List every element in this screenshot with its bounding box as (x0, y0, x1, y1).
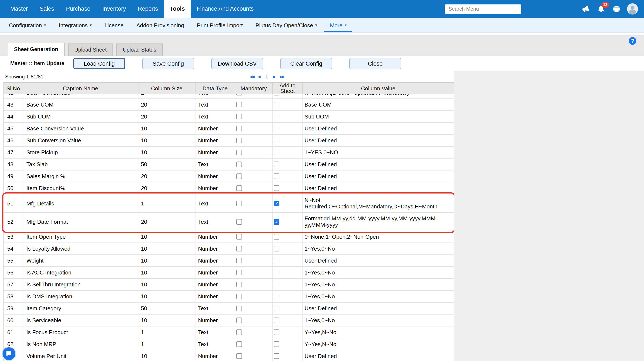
add-to-sheet-checkbox[interactable] (274, 258, 280, 263)
mandatory-checkbox[interactable] (236, 102, 242, 107)
subnav-item-addon-provisioning[interactable]: Addon Provisioning (131, 18, 190, 32)
chat-icon[interactable] (2, 346, 16, 361)
mandatory-checkbox[interactable] (236, 185, 242, 191)
save-config-button[interactable]: Save Config (142, 58, 194, 69)
clear-config-button[interactable]: Clear Config (280, 58, 332, 69)
mandatory-checkbox[interactable] (236, 353, 242, 359)
nav-item-master[interactable]: Master (4, 0, 34, 18)
add-to-sheet-checkbox[interactable] (274, 294, 280, 299)
subnav-item-plutus-day-open-close[interactable]: Plutus Day Open/Close (250, 18, 323, 32)
add-to-sheet-checkbox[interactable] (274, 150, 280, 155)
cell-add-to-sheet (272, 314, 303, 326)
cell-column-size: 10 (138, 279, 196, 290)
mandatory-checkbox[interactable] (236, 341, 242, 347)
add-to-sheet-checkbox[interactable] (274, 246, 280, 251)
chevron-down-icon (90, 23, 92, 27)
notifications-icon[interactable]: 13 (596, 4, 606, 14)
cell-caption-name: Sub UOM (23, 111, 138, 122)
mandatory-checkbox[interactable] (236, 94, 242, 96)
announcement-icon[interactable] (581, 4, 590, 14)
help-icon[interactable] (629, 37, 636, 45)
mandatory-checkbox[interactable] (236, 162, 242, 167)
subnav-item-integrations[interactable]: Integrations (53, 18, 97, 32)
cell-column-value: User Defined (303, 303, 454, 314)
nav-item-purchase[interactable]: Purchase (60, 0, 96, 18)
add-to-sheet-checkbox[interactable] (274, 94, 280, 96)
add-to-sheet-checkbox[interactable] (274, 219, 280, 224)
mandatory-checkbox[interactable] (236, 306, 242, 311)
mandatory-checkbox[interactable] (236, 234, 242, 239)
cell-column-size: 1 (138, 194, 196, 212)
mandatory-checkbox[interactable] (236, 201, 242, 206)
column-config-table: Sl No Caption Name Column Size Data Type… (4, 82, 454, 361)
cell-mandatory (235, 194, 272, 212)
table-row: 42 Batch Confirmation 1 Text N~Not Requi… (4, 94, 454, 99)
nav-item-sales[interactable]: Sales (34, 0, 60, 18)
mandatory-checkbox[interactable] (236, 294, 242, 299)
add-to-sheet-checkbox[interactable] (274, 114, 280, 119)
add-to-sheet-checkbox[interactable] (274, 138, 280, 143)
cell-sl-no: 58 (4, 291, 23, 302)
user-avatar[interactable] (627, 4, 638, 15)
add-to-sheet-checkbox[interactable] (274, 126, 280, 131)
add-to-sheet-checkbox[interactable] (274, 317, 280, 323)
add-to-sheet-checkbox[interactable] (274, 306, 280, 311)
add-to-sheet-checkbox[interactable] (274, 329, 280, 335)
add-to-sheet-checkbox[interactable] (274, 341, 280, 347)
add-to-sheet-checkbox[interactable] (274, 270, 280, 275)
cell-sl-no: 54 (4, 243, 23, 254)
add-to-sheet-checkbox[interactable] (274, 185, 280, 191)
load-config-button[interactable]: Load Config (73, 58, 125, 69)
current-page-number[interactable]: 1 (264, 71, 269, 82)
tab-sheet-generation[interactable]: Sheet Generation (8, 43, 64, 56)
cell-column-value: N~Not Required,O~Optional,M~Mandatory (303, 94, 454, 99)
add-to-sheet-checkbox[interactable] (274, 353, 280, 359)
add-to-sheet-checkbox[interactable] (274, 162, 280, 167)
first-page-icon[interactable] (250, 71, 254, 82)
tab-upload-sheet[interactable]: Upload Sheet (68, 44, 113, 56)
add-to-sheet-checkbox[interactable] (274, 234, 280, 239)
mandatory-checkbox[interactable] (236, 126, 242, 131)
add-to-sheet-checkbox[interactable] (274, 282, 280, 287)
mandatory-checkbox[interactable] (236, 246, 242, 251)
subnav-item-configuration[interactable]: Configuration (4, 18, 52, 32)
mandatory-checkbox[interactable] (236, 173, 242, 179)
subnav-item-license[interactable]: License (99, 18, 129, 32)
nav-item-finance-and-accounts[interactable]: Finance And Accounts (191, 0, 260, 18)
add-to-sheet-checkbox[interactable] (274, 201, 280, 206)
cell-data-type: Text (196, 94, 235, 99)
cell-add-to-sheet (272, 350, 303, 361)
mandatory-checkbox[interactable] (236, 270, 242, 275)
print-icon[interactable] (612, 4, 621, 14)
close-button[interactable]: Close (349, 58, 401, 69)
table-row: 47 Store Pickup 10 Number 1~YES,0~NO (4, 147, 454, 159)
mandatory-checkbox[interactable] (236, 258, 242, 263)
mandatory-checkbox[interactable] (236, 219, 242, 224)
cell-sl-no: 53 (4, 231, 23, 242)
mandatory-checkbox[interactable] (236, 282, 242, 287)
next-page-icon[interactable] (273, 71, 276, 82)
search-input[interactable] (445, 4, 521, 14)
mandatory-checkbox[interactable] (236, 329, 242, 335)
subnav-item-more[interactable]: More (324, 18, 352, 32)
download-csv-button[interactable]: Download CSV (211, 58, 263, 69)
nav-item-tools[interactable]: Tools (164, 0, 191, 18)
mandatory-checkbox[interactable] (236, 317, 242, 323)
subnav-item-print-profile-import[interactable]: Print Profile Import (191, 18, 248, 32)
cell-column-size: 10 (138, 243, 196, 254)
mandatory-checkbox[interactable] (236, 138, 242, 143)
cell-data-type: Text (196, 159, 235, 170)
add-to-sheet-checkbox[interactable] (274, 102, 280, 107)
nav-item-inventory[interactable]: Inventory (96, 0, 132, 18)
nav-item-reports[interactable]: Reports (132, 0, 164, 18)
mandatory-checkbox[interactable] (236, 114, 242, 119)
cell-mandatory (235, 213, 272, 231)
prev-page-icon[interactable] (258, 71, 261, 82)
table-row: 48 Tax Slab 50 Text User Defined (4, 159, 454, 170)
last-page-icon[interactable] (280, 71, 284, 82)
header-sl-no: Sl No (4, 83, 23, 94)
header-column-size: Column Size (138, 83, 196, 94)
add-to-sheet-checkbox[interactable] (274, 173, 280, 179)
tab-upload-status[interactable]: Upload Status (116, 44, 163, 56)
mandatory-checkbox[interactable] (236, 150, 242, 155)
